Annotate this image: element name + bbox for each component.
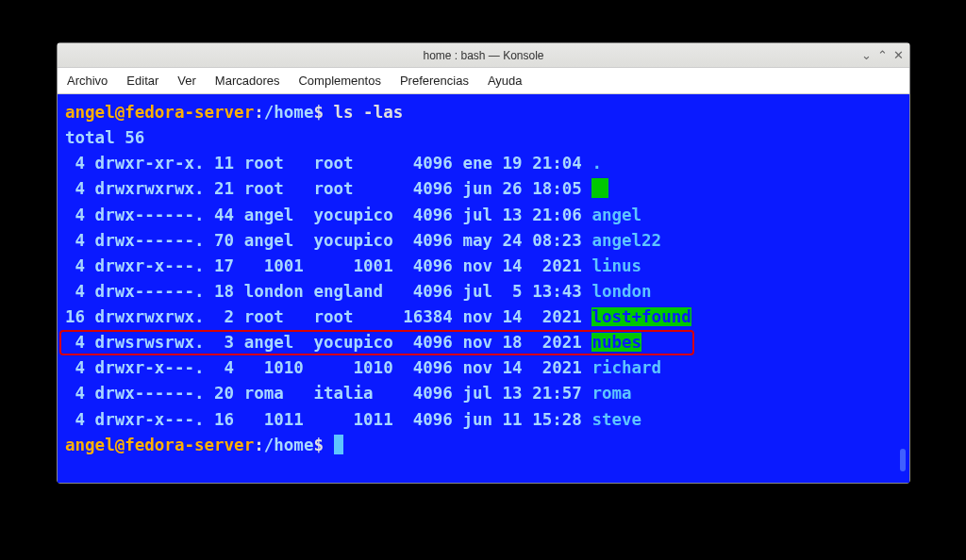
listing-name: .. [591, 178, 608, 198]
scrollbar-thumb[interactable] [900, 449, 906, 471]
listing-meta: 4 drwxrwxrwx. 21 root root 4096 jun 26 1… [65, 179, 591, 198]
listing-meta: 4 drwsrwsrwx. 3 angel yocupico 4096 nov … [65, 333, 591, 352]
listing-meta: 4 drwx------. 44 angel yocupico 4096 jul… [65, 206, 591, 224]
listing-name: lost+found [591, 307, 691, 326]
listing-meta: 4 drwx------. 70 angel yocupico 4096 may… [65, 231, 591, 250]
minimize-icon[interactable]: ⌄ [861, 48, 872, 62]
menu-complementos[interactable]: Complementos [298, 74, 380, 88]
menu-marcadores[interactable]: Marcadores [215, 74, 280, 88]
listing-row: 16 drwxrwxrwx. 2 root root 16384 nov 14 … [65, 305, 902, 330]
menu-ayuda[interactable]: Ayuda [488, 74, 523, 88]
listing-row: 4 drwxr-x---. 17 1001 1001 4096 nov 14 2… [65, 254, 902, 279]
listing-name: roma [591, 384, 631, 403]
konsole-window: home : bash — Konsole ⌄ ⌃ ✕ Archivo Edit… [57, 42, 910, 484]
listing-meta: 16 drwxrwxrwx. 2 root root 16384 nov 14 … [65, 307, 591, 326]
maximize-icon[interactable]: ⌃ [877, 48, 888, 62]
prompt-user: angel@fedora-server [65, 103, 254, 122]
prompt-colon: : [254, 103, 264, 122]
menubar: Archivo Editar Ver Marcadores Complement… [58, 68, 909, 94]
command-text: ls -las [324, 103, 403, 122]
terminal[interactable]: angel@fedora-server:/home$ ls -lastotal … [58, 94, 909, 483]
close-icon[interactable]: ✕ [893, 48, 904, 62]
listing-meta: 4 drwxr-x---. 17 1001 1001 4096 nov 14 2… [65, 256, 591, 275]
listing-name: . [591, 154, 602, 173]
titlebar[interactable]: home : bash — Konsole ⌄ ⌃ ✕ [58, 43, 909, 68]
prompt-line: angel@fedora-server:/home$ ls -las [65, 100, 902, 125]
listing-row: 4 drwxr-x---. 16 1011 1011 4096 jun 11 1… [65, 407, 902, 433]
listing-row: 4 drwxrwxrwx. 21 root root 4096 jun 26 1… [65, 176, 902, 202]
listing-meta: 4 drwxr-x---. 4 1010 1010 4096 nov 14 20… [65, 358, 591, 377]
total-line: total 56 [65, 125, 902, 151]
listing-name: richard [591, 358, 661, 377]
prompt-line-active: angel@fedora-server:/home$ [65, 433, 902, 458]
listing-meta: 4 drwxr-xr-x. 11 root root 4096 ene 19 2… [65, 154, 591, 173]
prompt-path: /home [264, 103, 314, 122]
window-title: home : bash — Konsole [423, 49, 543, 62]
listing-row: 4 drwx------. 70 angel yocupico 4096 may… [65, 228, 902, 254]
listing-row: 4 drwx------. 18 london england 4096 jul… [65, 279, 902, 305]
prompt-path: /home [264, 436, 314, 454]
listing-meta: 4 drwxr-x---. 16 1011 1011 4096 jun 11 1… [65, 410, 591, 429]
menu-archivo[interactable]: Archivo [67, 74, 108, 88]
listing-meta: 4 drwx------. 20 roma italia 4096 jul 13… [65, 384, 591, 403]
menu-ver[interactable]: Ver [177, 74, 196, 88]
menu-preferencias[interactable]: Preferencias [400, 74, 469, 88]
listing-row: 4 drwx------. 20 roma italia 4096 jul 13… [65, 381, 902, 406]
prompt-dollar: $ [313, 103, 324, 122]
listing-name: nubes [591, 333, 641, 352]
menu-editar[interactable]: Editar [126, 74, 158, 88]
listing-row: 4 drwxr-x---. 4 1010 1010 4096 nov 14 20… [65, 355, 902, 381]
listing-name: steve [591, 410, 641, 429]
listing-row: 4 drwx------. 44 angel yocupico 4096 jul… [65, 203, 902, 228]
prompt-user: angel@fedora-server [65, 436, 254, 454]
listing-row: 4 drwxr-xr-x. 11 root root 4096 ene 19 2… [65, 151, 902, 176]
cursor [334, 435, 343, 454]
prompt-dollar: $ [313, 436, 324, 454]
listing-row: 4 drwsrwsrwx. 3 angel yocupico 4096 nov … [65, 330, 902, 355]
listing-name: angel22 [591, 231, 661, 250]
listing-name: linus [591, 256, 641, 275]
listing-name: angel [591, 206, 641, 224]
listing-name: london [591, 282, 651, 301]
prompt-colon: : [254, 436, 264, 454]
window-controls: ⌄ ⌃ ✕ [861, 48, 904, 62]
listing-meta: 4 drwx------. 18 london england 4096 jul… [65, 282, 591, 301]
